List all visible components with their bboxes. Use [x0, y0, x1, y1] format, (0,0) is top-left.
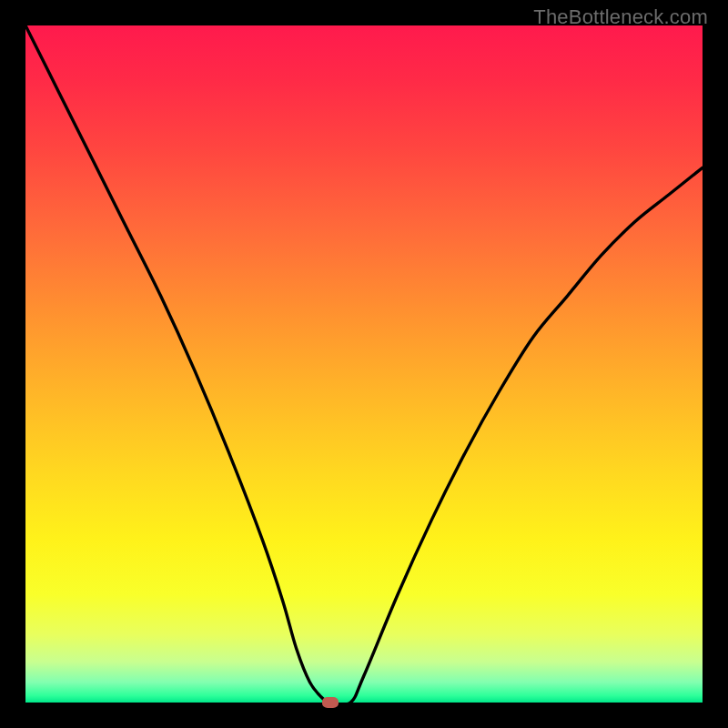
optimal-point-marker [322, 697, 339, 708]
bottleneck-curve [25, 25, 703, 703]
chart-frame: TheBottleneck.com [0, 0, 728, 728]
plot-area [25, 25, 703, 703]
